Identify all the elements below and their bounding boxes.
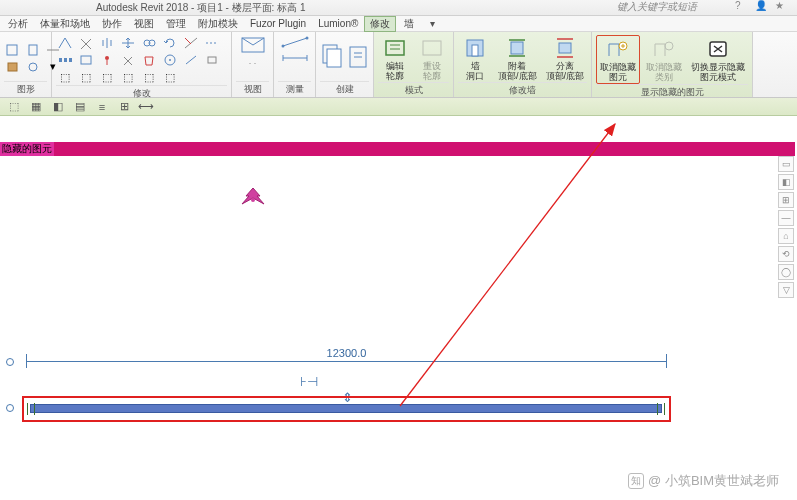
- tab-mass[interactable]: 体量和场地: [34, 17, 96, 31]
- svg-rect-7: [64, 58, 67, 62]
- dim-mark-icon[interactable]: ⊦⊣: [300, 374, 318, 389]
- wall-element[interactable]: [30, 404, 662, 413]
- nav-home-icon[interactable]: ⌂: [778, 228, 794, 244]
- view-icon[interactable]: [238, 35, 268, 55]
- svg-rect-18: [327, 49, 341, 67]
- toggle-hidden-mode-button[interactable]: 切换显示隐藏 图元模式: [688, 36, 748, 83]
- tab-manage[interactable]: 管理: [160, 17, 192, 31]
- svg-rect-23: [472, 45, 478, 56]
- paste-icon[interactable]: [4, 42, 22, 58]
- move-icon[interactable]: [119, 35, 137, 51]
- svg-rect-25: [559, 43, 571, 53]
- nav-grid-icon[interactable]: ⊞: [778, 192, 794, 208]
- dimension-value[interactable]: 12300.0: [325, 347, 369, 359]
- dimension-line[interactable]: 12300.0: [26, 351, 667, 369]
- dim-grip-left[interactable]: [6, 358, 14, 366]
- svg-rect-24: [511, 42, 523, 54]
- opt6-icon[interactable]: ⊞: [116, 100, 132, 114]
- ribbon-group-wall: 墙 洞口 附着 顶部/底部 分离 顶部/底部 修改墙: [454, 32, 592, 97]
- misc5-icon[interactable]: ⬚: [98, 69, 116, 85]
- reset-profile-button: 重设 轮廓: [415, 35, 449, 82]
- nav-zoom-icon[interactable]: ◯: [778, 264, 794, 280]
- star-icon[interactable]: ★: [775, 0, 789, 14]
- tab-context[interactable]: 墙: [398, 17, 420, 31]
- wall-opening-button[interactable]: 墙 洞口: [458, 35, 492, 82]
- tab-fuzor[interactable]: Fuzor Plugin: [244, 18, 312, 29]
- copy-icon[interactable]: [140, 35, 158, 51]
- svg-point-29: [251, 198, 255, 202]
- join-icon[interactable]: [24, 59, 42, 75]
- tab-modify[interactable]: 修改: [364, 16, 396, 32]
- cut-icon[interactable]: [24, 42, 42, 58]
- opt2-icon[interactable]: ▦: [28, 100, 44, 114]
- nav-line-icon[interactable]: —: [778, 210, 794, 226]
- opt3-icon[interactable]: ◧: [50, 100, 66, 114]
- wall-grip-left[interactable]: [6, 404, 14, 412]
- svg-rect-1: [29, 45, 37, 55]
- tab-lumion[interactable]: Lumion®: [312, 18, 364, 29]
- align-icon[interactable]: [56, 35, 74, 51]
- scale-icon[interactable]: [77, 52, 95, 68]
- misc1-icon[interactable]: [182, 52, 200, 68]
- create-group-icon[interactable]: [320, 41, 343, 75]
- menu-bar: 分析 体量和场地 协作 视图 管理 附加模块 Fuzor Plugin Lumi…: [0, 16, 797, 32]
- offset-icon[interactable]: [77, 35, 95, 51]
- ribbon-group-measure: 测量: [274, 32, 316, 97]
- nav-full-icon[interactable]: ▭: [778, 156, 794, 172]
- svg-rect-8: [69, 58, 72, 62]
- ribbon-group-view: · · 视图: [232, 32, 274, 97]
- unhide-category-button: 取消隐藏 类别: [643, 36, 685, 83]
- svg-point-15: [281, 45, 284, 48]
- compass-icon[interactable]: [240, 186, 266, 210]
- ribbon-group-graphics: ▾ 图形: [0, 32, 52, 97]
- misc3-icon[interactable]: ⬚: [56, 69, 74, 85]
- unhide-element-button[interactable]: 取消隐藏 图元: [596, 35, 640, 84]
- misc8-icon[interactable]: ⬚: [161, 69, 179, 85]
- nav-dd-icon[interactable]: ▽: [778, 282, 794, 298]
- group-label: 视图: [236, 81, 269, 96]
- tab-analysis[interactable]: 分析: [2, 17, 34, 31]
- group-label: 显示隐藏的图元: [596, 84, 748, 99]
- svg-rect-21: [423, 41, 441, 55]
- svg-rect-20: [386, 41, 404, 55]
- clip-icon[interactable]: [4, 59, 22, 75]
- edit-profile-button[interactable]: 编辑 轮廓: [378, 35, 412, 82]
- delete-icon[interactable]: [140, 52, 158, 68]
- extend-icon[interactable]: [203, 35, 221, 51]
- tab-addins[interactable]: 附加模块: [192, 17, 244, 31]
- pin-icon[interactable]: [98, 52, 116, 68]
- app-title: Autodesk Revit 2018 - 项目1 - 楼层平面: 标高 1: [96, 1, 306, 15]
- ribbon: ▾ 图形 ⬚: [0, 32, 797, 98]
- measure-icon[interactable]: [280, 35, 310, 49]
- trim-icon[interactable]: [182, 35, 200, 51]
- mirror-icon[interactable]: [98, 35, 116, 51]
- detach-top-bottom-button[interactable]: 分离 顶部/底部: [543, 35, 588, 82]
- tab-view[interactable]: 视图: [128, 17, 160, 31]
- array-icon[interactable]: [56, 52, 74, 68]
- opt7-icon[interactable]: ⟷: [138, 100, 154, 114]
- nav-half-icon[interactable]: ◧: [778, 174, 794, 190]
- ribbon-group-modify: ⬚ ⬚ ⬚ ⬚ ⬚ ⬚ 修改: [52, 32, 232, 97]
- rotate-icon[interactable]: [161, 35, 179, 51]
- dimension-icon[interactable]: [280, 51, 310, 65]
- opt1-icon[interactable]: ⬚: [6, 100, 22, 114]
- unpin-icon[interactable]: [119, 52, 137, 68]
- nav-orbit-icon[interactable]: ⟲: [778, 246, 794, 262]
- user-icon[interactable]: 👤: [755, 0, 769, 14]
- options-bar: ⬚ ▦ ◧ ▤ ≡ ⊞ ⟷: [0, 98, 797, 116]
- viewport[interactable]: 隐藏的图元 12300.0 ⊦⊣ ⇕ ▭ ◧ ⊞ — ⌂ ⟲ ◯ ▽ 知: [0, 116, 797, 500]
- help-icon[interactable]: ?: [735, 0, 749, 14]
- tab-dropdown-icon[interactable]: ▾: [424, 18, 441, 29]
- opt5-icon[interactable]: ≡: [94, 100, 110, 114]
- create-similar-icon[interactable]: [346, 41, 369, 75]
- misc6-icon[interactable]: ⬚: [119, 69, 137, 85]
- misc2-icon[interactable]: [203, 52, 221, 68]
- opt4-icon[interactable]: ▤: [72, 100, 88, 114]
- svg-rect-2: [8, 63, 17, 71]
- group-icon[interactable]: [161, 52, 179, 68]
- tab-collab[interactable]: 协作: [96, 17, 128, 31]
- misc4-icon[interactable]: ⬚: [77, 69, 95, 85]
- search-hint[interactable]: 键入关键字或短语: [617, 0, 697, 14]
- misc7-icon[interactable]: ⬚: [140, 69, 158, 85]
- attach-top-bottom-button[interactable]: 附着 顶部/底部: [495, 35, 540, 82]
